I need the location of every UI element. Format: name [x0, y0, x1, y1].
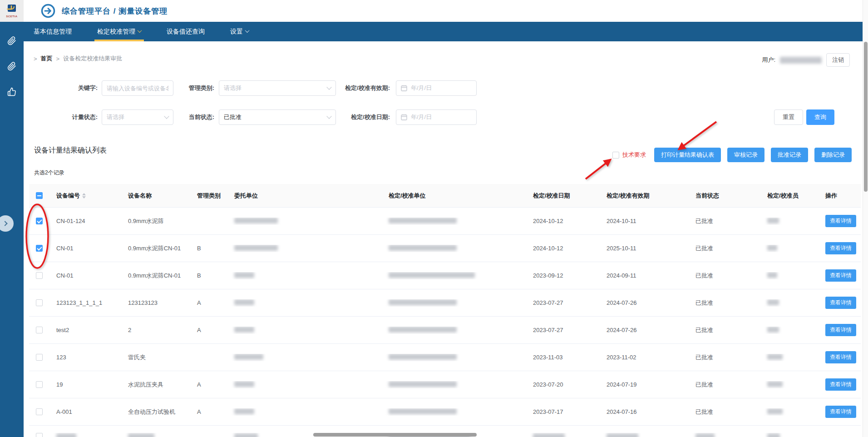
breadcrumb: > 首页 > 设备检定校准结果审批 [34, 55, 122, 63]
col-actions: 操作 [818, 192, 861, 200]
row-checkbox[interactable] [36, 408, 43, 415]
user-box: 用户: 注销 [762, 53, 850, 67]
reset-button[interactable]: 重置 [774, 109, 803, 125]
vertical-scrollbar-thumb[interactable] [864, 42, 868, 192]
hand-pointer-icon[interactable] [7, 87, 16, 96]
view-detail-button[interactable]: 查看详情 [825, 378, 856, 391]
view-detail-button[interactable]: 查看详情 [825, 406, 856, 418]
col-operator: 检定/校准员 [760, 192, 818, 200]
cell-client-redacted [234, 218, 278, 223]
cell-category: A [190, 408, 227, 415]
logout-button[interactable]: 注销 [826, 53, 850, 67]
cell-cal-unit-redacted [389, 408, 457, 414]
link-icon[interactable] [7, 36, 16, 45]
sidebar-expand-toggle[interactable] [0, 215, 14, 232]
keyword-input[interactable] [102, 80, 173, 96]
col-current-status: 当前状态 [688, 192, 760, 200]
cell-client-redacted [234, 245, 278, 251]
view-detail-button[interactable]: 查看详情 [825, 324, 856, 336]
sort-icon[interactable] [82, 193, 86, 199]
view-detail-button[interactable]: 查看详情 [825, 215, 856, 227]
row-checkbox[interactable] [36, 381, 43, 388]
row-checkbox[interactable] [36, 433, 43, 437]
cell-cal-date: 2023-07-27 [526, 327, 599, 333]
approve-record-button[interactable]: 批准记录 [771, 148, 808, 162]
nav-tab-2[interactable]: 设备借还查询 [164, 22, 207, 41]
breadcrumb-separator: > [34, 55, 37, 62]
col-device-code[interactable]: 设备编号 [49, 192, 121, 200]
view-detail-button[interactable]: 查看详情 [825, 269, 856, 282]
search-button[interactable]: 查询 [806, 109, 834, 125]
view-detail-button[interactable]: 查看详情 [825, 297, 856, 309]
cell-cal-unit-redacted [389, 327, 457, 333]
list-title: 设备计量结果确认列表 [34, 146, 107, 155]
view-detail-button[interactable]: 查看详情 [825, 351, 856, 363]
cell-operator-redacted [767, 354, 783, 360]
breadcrumb-separator: > [56, 55, 60, 62]
col-category: 管理类别 [190, 192, 227, 200]
cell-device-code: CN-01 [49, 272, 121, 279]
cell-status: 已批准 [688, 217, 760, 225]
col-valid-until: 检定/校准有效期 [599, 192, 688, 200]
logo-text: SCETIA [6, 15, 17, 18]
col-device-name: 设备名称 [121, 192, 190, 200]
current-status-label: 当前状态: [169, 109, 214, 125]
table-row: test2 2 A 2023-07-27 2024-07-26 已批准 查看详情 [29, 317, 861, 344]
tech-requirement-checkbox[interactable] [612, 152, 619, 159]
select-all-checkbox[interactable] [36, 192, 43, 199]
chevron-down-icon [138, 28, 142, 33]
nav-tab-0[interactable]: 基本信息管理 [31, 22, 74, 41]
row-checkbox[interactable] [36, 245, 43, 252]
cell-category: A [190, 381, 227, 388]
delete-record-button[interactable]: 删除记录 [814, 148, 852, 162]
col-client-unit: 委托单位 [227, 192, 381, 200]
cell-status: 已批准 [688, 244, 760, 253]
cell-cal-unit-redacted [389, 245, 457, 251]
row-checkbox[interactable] [36, 218, 43, 224]
cell-device-name: 全自动压力试验机 [121, 408, 190, 416]
top-header: 综合管理平台 / 测量设备管理 [24, 0, 868, 22]
row-checkbox[interactable] [36, 299, 43, 306]
metering-status-select[interactable]: 请选择 [102, 109, 173, 125]
audit-record-button[interactable]: 审核记录 [727, 148, 764, 162]
cal-date-input[interactable]: 年/月/日 [396, 109, 477, 125]
cell-cal-date: 2023-11-03 [526, 354, 599, 361]
calendar-icon [401, 114, 407, 120]
table-header-row: 设备编号 设备名称 管理类别 委托单位 检定/校准单位 检定/校准日期 检定/校… [29, 184, 861, 208]
cell-cal-unit-redacted [389, 381, 457, 387]
breadcrumb-current: 设备检定校准结果审批 [63, 55, 122, 63]
nav-tab-label: 基本信息管理 [34, 28, 72, 36]
cell-operator-redacted [767, 245, 777, 251]
results-table: 设备编号 设备名称 管理类别 委托单位 检定/校准单位 检定/校准日期 检定/校… [29, 184, 861, 437]
cell-device-code: 19 [49, 381, 121, 388]
col-cal-unit: 检定/校准单位 [381, 192, 526, 200]
cell-cal-unit-redacted [389, 354, 457, 360]
cell-operator-redacted [767, 272, 777, 278]
cell-valid-until: 2024-10-11 [599, 218, 688, 224]
print-confirmation-button[interactable]: 打印计量结果确认表 [654, 148, 721, 162]
row-checkbox[interactable] [36, 272, 43, 279]
col-cal-date: 检定/校准日期 [526, 192, 599, 200]
breadcrumb-home[interactable]: 首页 [41, 55, 53, 63]
row-checkbox[interactable] [36, 354, 43, 361]
view-detail-button[interactable]: 查看详情 [825, 242, 856, 254]
page: SCETIA 综合管理平台 / 测量设备管理 基本信息管理检定校准管理设备借还查… [0, 0, 868, 437]
cell-valid-until: 2023-11-02 [599, 354, 688, 361]
cell-cal-date: 2024-10-12 [526, 245, 599, 252]
horizontal-scrollbar-thumb[interactable] [313, 433, 477, 437]
cell-device-name: 0.9mm水泥筛 [121, 217, 190, 225]
vertical-scrollbar[interactable] [863, 0, 868, 437]
cell-status: 已批准 [688, 353, 760, 362]
cell-device-code: A-001 [49, 408, 121, 415]
nav-tab-label: 设备借还查询 [167, 28, 205, 36]
table-row: 19 水泥抗压夹具 A 2023-07-20 2024-07-19 已批准 查看… [29, 371, 861, 398]
validity-date-input[interactable]: 年/月/日 [396, 80, 477, 96]
row-checkbox[interactable] [36, 327, 43, 333]
page-title: 综合管理平台 / 测量设备管理 [62, 6, 168, 16]
table-row: 123123_1_1_1_1 123123123 A 2023-07-27 20… [29, 289, 861, 317]
link-icon[interactable] [7, 62, 16, 71]
sidebar: SCETIA [0, 0, 24, 437]
nav-tab-3[interactable]: 设置 [227, 22, 252, 41]
app-logo: SCETIA [0, 0, 24, 22]
nav-tab-1[interactable]: 检定校准管理 [94, 22, 144, 41]
